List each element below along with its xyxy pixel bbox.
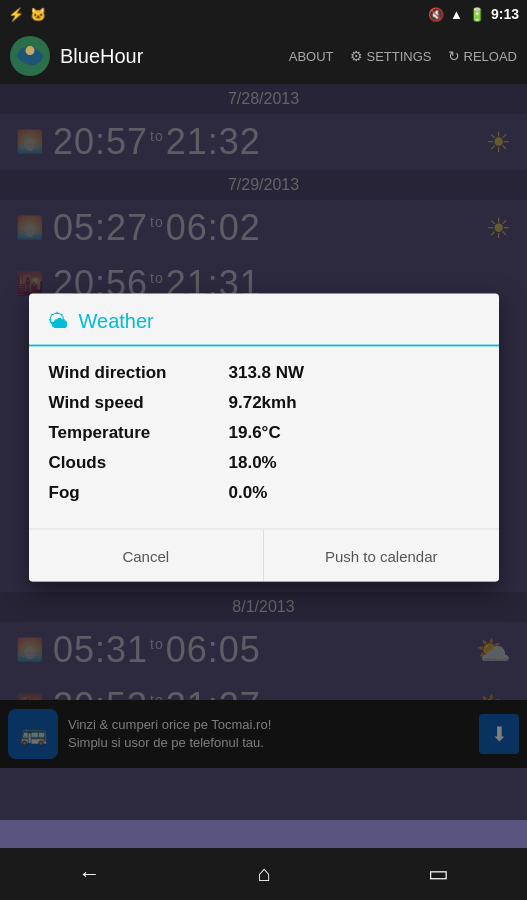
- app-logo: [10, 36, 50, 76]
- weather-row-temperature: Temperature 19.6°C: [49, 423, 479, 443]
- temperature-label: Temperature: [49, 423, 229, 443]
- fog-value: 0.0%: [229, 483, 268, 503]
- dialog-content: Wind direction 313.8 NW Wind speed 9.72k…: [29, 347, 499, 529]
- recent-apps-button[interactable]: ▭: [408, 853, 469, 895]
- wind-speed-label: Wind speed: [49, 393, 229, 413]
- weather-dialog: 🌥 Weather Wind direction 313.8 NW Wind s…: [29, 294, 499, 582]
- cat-icon: 🐱: [30, 7, 46, 22]
- weather-row-clouds: Clouds 18.0%: [49, 453, 479, 473]
- status-right-icons: 🔇 ▲ 🔋 9:13: [428, 6, 519, 22]
- weather-row-wind-dir: Wind direction 313.8 NW: [49, 363, 479, 383]
- weather-cloud-icon: 🌥: [49, 310, 69, 333]
- status-left-icons: ⚡ 🐱: [8, 7, 46, 22]
- main-content: 7/28/2013 🌅 20:57to21:32 ☀ 7/29/2013 🌅 0…: [0, 84, 527, 820]
- dialog-title: Weather: [79, 310, 154, 333]
- settings-button[interactable]: ⚙ SETTINGS: [350, 48, 432, 64]
- top-bar: BlueHour ABOUT ⚙ SETTINGS ↻ RELOAD: [0, 28, 527, 84]
- wind-direction-label: Wind direction: [49, 363, 229, 383]
- dialog-header: 🌥 Weather: [29, 294, 499, 347]
- wifi-icon: ▲: [450, 7, 463, 22]
- clouds-label: Clouds: [49, 453, 229, 473]
- wind-speed-value: 9.72kmh: [229, 393, 297, 413]
- back-button[interactable]: ←: [58, 853, 120, 895]
- home-button[interactable]: ⌂: [237, 853, 290, 895]
- push-to-calendar-button[interactable]: Push to calendar: [264, 530, 499, 582]
- wind-direction-value: 313.8 NW: [229, 363, 305, 383]
- weather-row-wind-speed: Wind speed 9.72kmh: [49, 393, 479, 413]
- status-bar: ⚡ 🐱 🔇 ▲ 🔋 9:13: [0, 0, 527, 28]
- weather-row-fog: Fog 0.0%: [49, 483, 479, 503]
- battery-icon: 🔋: [469, 7, 485, 22]
- clouds-value: 18.0%: [229, 453, 277, 473]
- svg-point-1: [26, 46, 35, 55]
- top-bar-actions: ABOUT ⚙ SETTINGS ↻ RELOAD: [289, 48, 517, 64]
- about-button[interactable]: ABOUT: [289, 49, 334, 64]
- fog-label: Fog: [49, 483, 229, 503]
- reload-button[interactable]: ↻ RELOAD: [448, 48, 517, 64]
- cancel-button[interactable]: Cancel: [29, 530, 264, 582]
- usb-icon: ⚡: [8, 7, 24, 22]
- dialog-actions: Cancel Push to calendar: [29, 529, 499, 582]
- temperature-value: 19.6°C: [229, 423, 281, 443]
- mute-icon: 🔇: [428, 7, 444, 22]
- app-title: BlueHour: [60, 45, 289, 68]
- clock: 9:13: [491, 6, 519, 22]
- nav-bar: ← ⌂ ▭: [0, 848, 527, 900]
